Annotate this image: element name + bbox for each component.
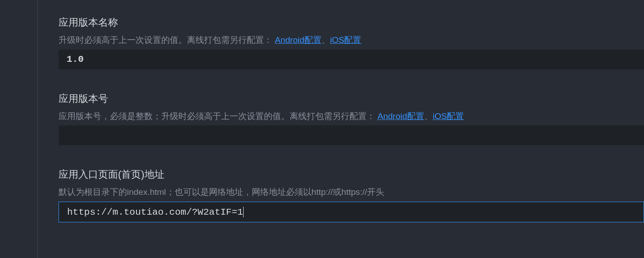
version-code-description: 应用版本号，必须是整数；升级时必须高于上一次设置的值。离线打包需另行配置： An… <box>59 110 644 123</box>
version-name-input[interactable]: 1.0 <box>59 50 644 69</box>
version-name-description: 升级时必须高于上一次设置的值。离线打包需另行配置： Android配置、iOS配… <box>59 34 644 47</box>
field-entry-url: 应用入口页面(首页)地址 默认为根目录下的index.html；也可以是网络地址… <box>59 168 644 222</box>
version-name-desc-text: 升级时必须高于上一次设置的值。离线打包需另行配置： <box>59 35 272 45</box>
text-cursor <box>243 207 244 217</box>
android-config-link[interactable]: Android配置 <box>275 35 322 45</box>
settings-form: 应用版本名称 升级时必须高于上一次设置的值。离线打包需另行配置： Android… <box>0 0 644 222</box>
link-separator: 、 <box>424 111 433 121</box>
entry-url-description: 默认为根目录下的index.html；也可以是网络地址，网络地址必须以http:… <box>59 186 644 199</box>
android-config-link[interactable]: Android配置 <box>377 111 424 121</box>
entry-url-input[interactable]: https://m.toutiao.com/?W2atIF=1 <box>59 202 644 222</box>
version-code-title: 应用版本号 <box>59 92 644 106</box>
left-border-divider <box>37 0 38 258</box>
version-code-input[interactable] <box>59 125 644 145</box>
version-code-desc-text: 应用版本号，必须是整数；升级时必须高于上一次设置的值。离线打包需另行配置： <box>59 111 375 121</box>
version-name-title: 应用版本名称 <box>59 16 644 29</box>
link-separator: 、 <box>322 35 330 45</box>
ios-config-link[interactable]: iOS配置 <box>330 35 362 45</box>
entry-url-value: https://m.toutiao.com/?W2atIF=1 <box>67 207 243 217</box>
field-version-name: 应用版本名称 升级时必须高于上一次设置的值。离线打包需另行配置： Android… <box>59 16 644 69</box>
entry-url-title: 应用入口页面(首页)地址 <box>59 168 644 181</box>
ios-config-link[interactable]: iOS配置 <box>433 111 464 121</box>
field-version-code: 应用版本号 应用版本号，必须是整数；升级时必须高于上一次设置的值。离线打包需另行… <box>59 92 644 146</box>
